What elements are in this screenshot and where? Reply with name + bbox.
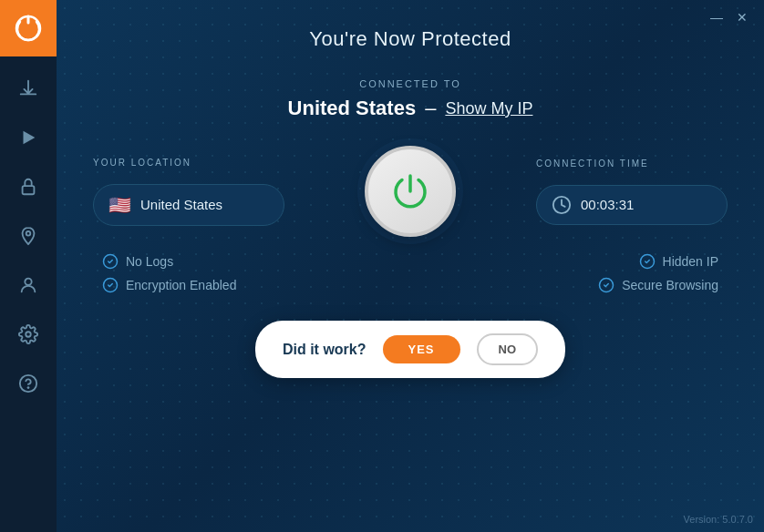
sidebar-item-settings[interactable] — [0, 312, 57, 357]
feature-encryption: Encryption Enabled — [102, 277, 284, 293]
title-bar: — ✕ — [695, 0, 764, 35]
clock-icon — [552, 195, 572, 215]
no-button[interactable]: NO — [477, 333, 539, 365]
check-icon-no-logs — [102, 253, 119, 270]
feature-no-logs-label: No Logs — [126, 254, 173, 269]
sidebar-item-connect[interactable] — [0, 115, 57, 160]
feature-encryption-label: Encryption Enabled — [126, 278, 236, 292]
feature-hidden-ip-label: Hidden IP — [663, 254, 718, 269]
feature-hidden-ip: Hidden IP — [639, 253, 718, 270]
app-window: — ✕ You're Now Protected CONNECTED TO Un… — [0, 0, 764, 532]
connection-time-label: CONNECTION TIME — [536, 159, 728, 169]
location-panel: YOUR LOCATION 🇺🇸 United States — [93, 158, 284, 226]
content-area: You're Now Protected CONNECTED TO United… — [57, 0, 764, 378]
svg-marker-2 — [24, 131, 36, 145]
connected-location-text: United States — [288, 97, 417, 120]
connected-location: United States – Show My IP — [288, 97, 533, 120]
svg-point-6 — [26, 332, 31, 337]
sidebar-nav — [0, 56, 57, 532]
sidebar-item-account[interactable] — [0, 262, 57, 308]
check-icon-encryption — [102, 277, 119, 293]
did-it-work-question: Did it work? — [283, 342, 367, 358]
power-button[interactable] — [365, 146, 456, 237]
sidebar-item-help[interactable] — [0, 361, 57, 406]
sidebar-item-ip[interactable] — [0, 213, 57, 259]
main-content: — ✕ You're Now Protected CONNECTED TO Un… — [57, 0, 764, 532]
features-left-panel: No Logs Encryption Enabled — [102, 253, 284, 293]
main-title: You're Now Protected — [309, 27, 511, 51]
minimize-button[interactable]: — — [704, 7, 729, 27]
svg-rect-3 — [23, 186, 35, 194]
feature-secure-browsing-label: Secure Browsing — [622, 278, 718, 292]
check-icon-hidden-ip — [639, 253, 656, 270]
check-icon-secure-browsing — [598, 277, 614, 293]
features-row: No Logs Encryption Enabled — [57, 253, 764, 293]
version-label: Version: 5.0.7.0 — [684, 514, 753, 525]
did-it-work-panel: Did it work? YES NO — [255, 321, 565, 378]
power-button-container — [365, 146, 456, 237]
separator: – — [425, 97, 436, 120]
yes-button[interactable]: YES — [383, 335, 460, 363]
logo-button[interactable] — [0, 0, 57, 56]
flag-icon: 🇺🇸 — [108, 194, 131, 216]
svg-point-4 — [26, 231, 31, 236]
sidebar — [0, 0, 57, 532]
location-value: United States — [140, 197, 222, 212]
sidebar-item-lock[interactable] — [0, 164, 57, 210]
info-row: YOUR LOCATION 🇺🇸 United States — [57, 146, 764, 237]
time-value: 00:03:31 — [581, 197, 634, 212]
sidebar-item-download[interactable] — [0, 66, 57, 111]
svg-point-5 — [25, 279, 31, 285]
time-box: 00:03:31 — [536, 185, 728, 225]
feature-no-logs: No Logs — [102, 253, 284, 270]
close-button[interactable]: ✕ — [729, 7, 755, 27]
your-location-label: YOUR LOCATION — [93, 158, 284, 168]
connection-time-panel: CONNECTION TIME 00:03:31 — [536, 159, 728, 225]
show-ip-link[interactable]: Show My IP — [445, 99, 532, 118]
connected-to-label: CONNECTED TO — [359, 78, 461, 89]
feature-secure-browsing: Secure Browsing — [598, 277, 718, 293]
location-box: 🇺🇸 United States — [93, 184, 284, 226]
features-right-panel: Hidden IP Secure Browsing — [536, 253, 718, 293]
